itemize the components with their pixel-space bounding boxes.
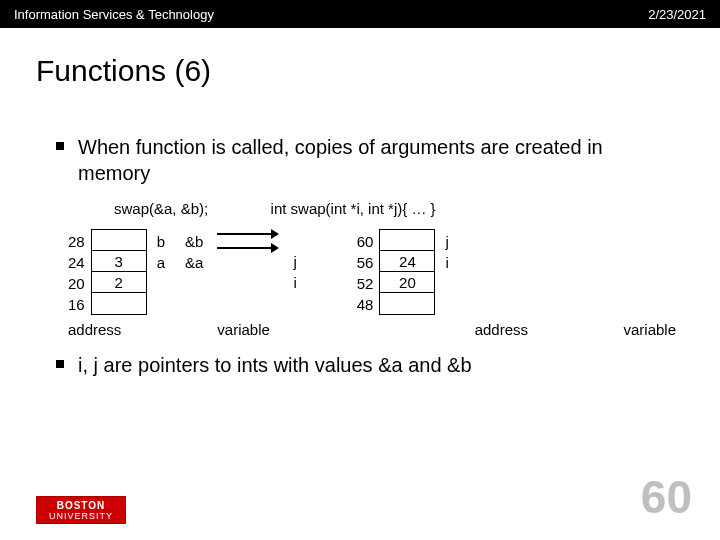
org-name: Information Services & Technology	[14, 7, 214, 22]
right-memory-block: 60 56 52 48 24 20 j i	[357, 229, 449, 315]
left-address-col: 28 24 20 16	[68, 229, 91, 315]
arrow-icon	[217, 229, 279, 239]
left-cells: 3 2	[91, 229, 147, 315]
bullet-1: When function is called, copies of argum…	[44, 134, 676, 186]
header-bar: Information Services & Technology 2/23/2…	[0, 0, 720, 28]
right-variable-label: variable	[623, 321, 676, 338]
code-line: swap(&a, &b); int swap(int *i, int *j){ …	[44, 194, 676, 227]
diagram-captions: address variable address variable	[44, 315, 676, 338]
bullet-2: i, j are pointers to ints with values &a…	[44, 352, 676, 378]
memory-diagram: 28 24 20 16 3 2 b a &b &a	[44, 229, 676, 315]
swap-call: swap(&a, &b);	[114, 200, 208, 217]
page-number: 60	[641, 470, 692, 524]
right-cells: 24 20	[379, 229, 435, 315]
left-amp-col: &b &a	[165, 229, 203, 273]
square-bullet-icon	[56, 142, 64, 150]
bu-logo: BOSTON UNIVERSITY	[36, 496, 126, 524]
left-variable-label: variable	[217, 321, 270, 338]
swap-signature: int swap(int *i, int *j){ … }	[271, 200, 436, 217]
left-var-col: b a	[147, 229, 165, 273]
right-address-col: 60 56 52 48	[357, 229, 380, 315]
arrow-icon	[217, 243, 279, 253]
pointer-result-col: j i	[293, 229, 310, 293]
right-var-col: j i	[435, 229, 448, 273]
arrow-col	[203, 229, 293, 253]
bullet-1-text: When function is called, copies of argum…	[78, 134, 676, 186]
right-address-label: address	[475, 321, 528, 338]
page-title: Functions (6)	[0, 28, 720, 96]
bullet-2-text: i, j are pointers to ints with values &a…	[78, 352, 472, 378]
square-bullet-icon	[56, 360, 64, 368]
slide-date: 2/23/2021	[648, 7, 706, 22]
left-address-label: address	[68, 321, 98, 338]
left-memory-block: 28 24 20 16 3 2 b a &b &a	[68, 229, 311, 315]
